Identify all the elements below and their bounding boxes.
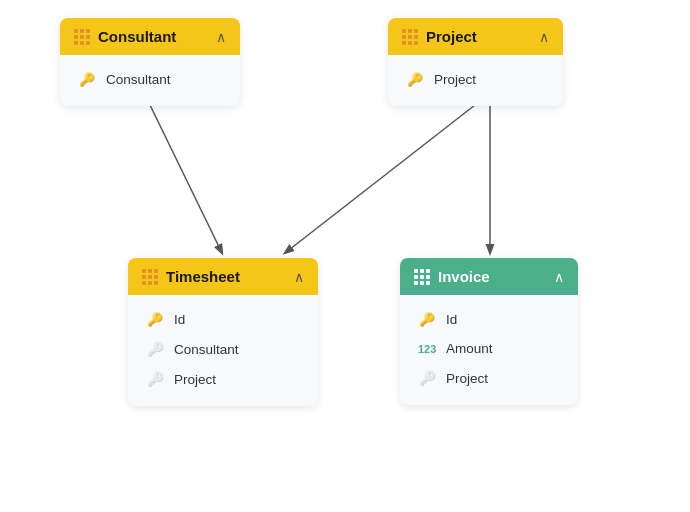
consultant-card: Consultant ∧ 🔑 Consultant xyxy=(60,18,240,106)
invoice-title: Invoice xyxy=(438,268,490,285)
timesheet-title: Timesheet xyxy=(166,268,240,285)
field-project-project: 🔑 Project xyxy=(388,65,563,94)
consultant-header: Consultant ∧ xyxy=(60,18,240,55)
field-timesheet-project: 🔑 Project xyxy=(128,364,318,394)
timesheet-body: 🔑 Id 🔑 Consultant 🔑 Project xyxy=(128,295,318,406)
key-faded-icon: 🔑 xyxy=(146,341,164,357)
field-label: Consultant xyxy=(106,72,171,87)
invoice-body: 🔑 Id 123 Amount 🔑 Project xyxy=(400,295,578,405)
number-icon: 123 xyxy=(418,343,436,355)
diagram-canvas: Consultant ∧ 🔑 Consultant Project ∧ xyxy=(0,0,690,512)
key-icon: 🔑 xyxy=(418,312,436,327)
invoice-card: Invoice ∧ 🔑 Id 123 Amount 🔑 Project xyxy=(400,258,578,405)
field-invoice-project: 🔑 Project xyxy=(400,363,578,393)
consultant-chevron[interactable]: ∧ xyxy=(216,29,226,45)
svg-line-1 xyxy=(285,105,475,253)
timesheet-header: Timesheet ∧ xyxy=(128,258,318,295)
field-timesheet-consultant: 🔑 Consultant xyxy=(128,334,318,364)
svg-line-0 xyxy=(150,105,222,253)
key-faded-icon: 🔑 xyxy=(146,371,164,387)
table-icon xyxy=(74,29,90,45)
project-chevron[interactable]: ∧ xyxy=(539,29,549,45)
field-label: Id xyxy=(446,312,457,327)
key-icon: 🔑 xyxy=(78,72,96,87)
consultant-title: Consultant xyxy=(98,28,176,45)
field-timesheet-id: 🔑 Id xyxy=(128,305,318,334)
field-invoice-id: 🔑 Id xyxy=(400,305,578,334)
field-label: Amount xyxy=(446,341,493,356)
timesheet-card: Timesheet ∧ 🔑 Id 🔑 Consultant 🔑 Project xyxy=(128,258,318,406)
key-icon: 🔑 xyxy=(146,312,164,327)
table-icon xyxy=(402,29,418,45)
table-icon xyxy=(142,269,158,285)
field-invoice-amount: 123 Amount xyxy=(400,334,578,363)
invoice-chevron[interactable]: ∧ xyxy=(554,269,564,285)
invoice-header: Invoice ∧ xyxy=(400,258,578,295)
project-card: Project ∧ 🔑 Project xyxy=(388,18,563,106)
field-label: Project xyxy=(434,72,476,87)
key-faded-icon: 🔑 xyxy=(418,370,436,386)
field-consultant-consultant: 🔑 Consultant xyxy=(60,65,240,94)
field-label: Id xyxy=(174,312,185,327)
timesheet-chevron[interactable]: ∧ xyxy=(294,269,304,285)
consultant-body: 🔑 Consultant xyxy=(60,55,240,106)
project-title: Project xyxy=(426,28,477,45)
table-icon xyxy=(414,269,430,285)
field-label: Project xyxy=(446,371,488,386)
field-label: Consultant xyxy=(174,342,239,357)
project-body: 🔑 Project xyxy=(388,55,563,106)
project-header: Project ∧ xyxy=(388,18,563,55)
key-icon: 🔑 xyxy=(406,72,424,87)
field-label: Project xyxy=(174,372,216,387)
